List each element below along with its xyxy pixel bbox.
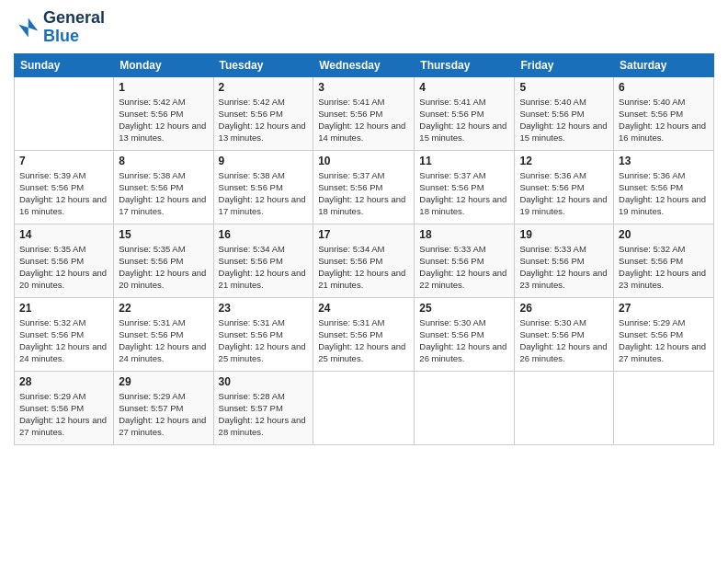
weekday-header: Monday	[114, 53, 213, 76]
calendar-cell: 8Sunrise: 5:38 AMSunset: 5:56 PMDaylight…	[114, 150, 213, 224]
day-info: Sunrise: 5:29 AMSunset: 5:57 PMDaylight:…	[119, 390, 208, 439]
calendar-cell	[415, 371, 515, 444]
day-info: Sunrise: 5:35 AMSunset: 5:56 PMDaylight:…	[119, 243, 208, 292]
day-number: 5	[519, 81, 609, 94]
day-number: 3	[318, 81, 409, 94]
calendar-week-row: 14Sunrise: 5:35 AMSunset: 5:56 PMDayligh…	[15, 224, 714, 297]
day-info: Sunrise: 5:33 AMSunset: 5:56 PMDaylight:…	[419, 243, 509, 292]
day-info: Sunrise: 5:38 AMSunset: 5:56 PMDaylight:…	[219, 169, 309, 218]
day-info: Sunrise: 5:36 AMSunset: 5:56 PMDaylight:…	[619, 169, 709, 218]
calendar-cell	[313, 371, 415, 444]
calendar-cell: 16Sunrise: 5:34 AMSunset: 5:56 PMDayligh…	[213, 224, 313, 297]
day-number: 21	[19, 302, 108, 315]
day-info: Sunrise: 5:34 AMSunset: 5:56 PMDaylight:…	[219, 243, 309, 292]
day-info: Sunrise: 5:39 AMSunset: 5:56 PMDaylight:…	[19, 169, 108, 218]
calendar-cell: 6Sunrise: 5:40 AMSunset: 5:56 PMDaylight…	[614, 76, 714, 150]
day-number: 25	[419, 302, 509, 315]
logo-icon	[14, 15, 40, 40]
day-info: Sunrise: 5:29 AMSunset: 5:56 PMDaylight:…	[619, 316, 709, 365]
day-number: 27	[619, 302, 709, 315]
calendar-week-row: 28Sunrise: 5:29 AMSunset: 5:56 PMDayligh…	[15, 371, 714, 444]
calendar-cell: 4Sunrise: 5:41 AMSunset: 5:56 PMDaylight…	[415, 76, 515, 150]
day-info: Sunrise: 5:30 AMSunset: 5:56 PMDaylight:…	[519, 316, 609, 365]
calendar-cell: 9Sunrise: 5:38 AMSunset: 5:56 PMDaylight…	[213, 150, 313, 224]
weekday-header: Tuesday	[213, 53, 313, 76]
svg-marker-0	[18, 17, 38, 37]
calendar-cell	[515, 371, 614, 444]
day-number: 30	[219, 375, 309, 388]
day-number: 10	[318, 155, 409, 167]
calendar-cell: 17Sunrise: 5:34 AMSunset: 5:56 PMDayligh…	[313, 224, 415, 297]
calendar-cell: 20Sunrise: 5:32 AMSunset: 5:56 PMDayligh…	[614, 224, 714, 297]
weekday-header: Thursday	[415, 53, 515, 76]
day-info: Sunrise: 5:42 AMSunset: 5:56 PMDaylight:…	[219, 96, 309, 144]
day-number: 16	[219, 228, 309, 241]
weekday-header: Saturday	[614, 53, 714, 76]
day-number: 26	[519, 302, 609, 315]
calendar-cell: 25Sunrise: 5:30 AMSunset: 5:56 PMDayligh…	[415, 297, 515, 371]
logo-text-blue: Blue	[43, 28, 105, 46]
day-number: 14	[19, 228, 108, 241]
calendar-cell	[15, 76, 114, 150]
day-info: Sunrise: 5:42 AMSunset: 5:56 PMDaylight:…	[119, 96, 208, 144]
day-number: 12	[519, 155, 609, 167]
day-number: 17	[318, 228, 409, 241]
day-info: Sunrise: 5:41 AMSunset: 5:56 PMDaylight:…	[318, 96, 409, 144]
day-info: Sunrise: 5:38 AMSunset: 5:56 PMDaylight:…	[119, 169, 208, 218]
day-number: 2	[219, 81, 309, 94]
day-number: 7	[19, 155, 108, 167]
calendar-cell: 5Sunrise: 5:40 AMSunset: 5:56 PMDaylight…	[515, 76, 614, 150]
day-number: 20	[619, 228, 709, 241]
header: General Blue	[14, 9, 714, 46]
day-number: 24	[318, 302, 409, 315]
day-info: Sunrise: 5:37 AMSunset: 5:56 PMDaylight:…	[318, 169, 409, 218]
day-number: 23	[219, 302, 309, 315]
day-info: Sunrise: 5:37 AMSunset: 5:56 PMDaylight:…	[419, 169, 509, 218]
day-info: Sunrise: 5:31 AMSunset: 5:56 PMDaylight:…	[219, 316, 309, 365]
day-info: Sunrise: 5:28 AMSunset: 5:57 PMDaylight:…	[219, 390, 309, 439]
calendar-week-row: 7Sunrise: 5:39 AMSunset: 5:56 PMDaylight…	[15, 150, 714, 224]
day-number: 18	[419, 228, 509, 241]
calendar-cell: 7Sunrise: 5:39 AMSunset: 5:56 PMDaylight…	[15, 150, 114, 224]
day-number: 29	[119, 375, 208, 388]
weekday-header: Wednesday	[313, 53, 415, 76]
weekday-header: Friday	[515, 53, 614, 76]
logo: General Blue	[14, 9, 105, 46]
calendar-cell: 29Sunrise: 5:29 AMSunset: 5:57 PMDayligh…	[114, 371, 213, 444]
day-number: 6	[619, 81, 709, 94]
calendar-cell: 13Sunrise: 5:36 AMSunset: 5:56 PMDayligh…	[614, 150, 714, 224]
calendar-cell: 22Sunrise: 5:31 AMSunset: 5:56 PMDayligh…	[114, 297, 213, 371]
calendar-cell: 11Sunrise: 5:37 AMSunset: 5:56 PMDayligh…	[415, 150, 515, 224]
day-info: Sunrise: 5:41 AMSunset: 5:56 PMDaylight:…	[419, 96, 509, 144]
calendar-header-row: SundayMondayTuesdayWednesdayThursdayFrid…	[15, 53, 714, 76]
day-info: Sunrise: 5:36 AMSunset: 5:56 PMDaylight:…	[519, 169, 609, 218]
calendar-cell	[614, 371, 714, 444]
calendar-week-row: 21Sunrise: 5:32 AMSunset: 5:56 PMDayligh…	[15, 297, 714, 371]
calendar-cell: 28Sunrise: 5:29 AMSunset: 5:56 PMDayligh…	[15, 371, 114, 444]
day-info: Sunrise: 5:29 AMSunset: 5:56 PMDaylight:…	[19, 390, 108, 439]
page: General Blue SundayMondayTuesdayWednesda…	[0, 0, 728, 563]
calendar-cell: 12Sunrise: 5:36 AMSunset: 5:56 PMDayligh…	[515, 150, 614, 224]
day-info: Sunrise: 5:32 AMSunset: 5:56 PMDaylight:…	[619, 243, 709, 292]
day-info: Sunrise: 5:32 AMSunset: 5:56 PMDaylight:…	[19, 316, 108, 365]
day-number: 11	[419, 155, 509, 167]
day-info: Sunrise: 5:34 AMSunset: 5:56 PMDaylight:…	[318, 243, 409, 292]
calendar-week-row: 1Sunrise: 5:42 AMSunset: 5:56 PMDaylight…	[15, 76, 714, 150]
calendar: SundayMondayTuesdayWednesdayThursdayFrid…	[14, 53, 714, 445]
calendar-cell: 21Sunrise: 5:32 AMSunset: 5:56 PMDayligh…	[15, 297, 114, 371]
calendar-cell: 18Sunrise: 5:33 AMSunset: 5:56 PMDayligh…	[415, 224, 515, 297]
day-number: 8	[119, 155, 208, 167]
calendar-cell: 24Sunrise: 5:31 AMSunset: 5:56 PMDayligh…	[313, 297, 415, 371]
calendar-cell: 1Sunrise: 5:42 AMSunset: 5:56 PMDaylight…	[114, 76, 213, 150]
calendar-cell: 15Sunrise: 5:35 AMSunset: 5:56 PMDayligh…	[114, 224, 213, 297]
calendar-cell: 19Sunrise: 5:33 AMSunset: 5:56 PMDayligh…	[515, 224, 614, 297]
day-info: Sunrise: 5:35 AMSunset: 5:56 PMDaylight:…	[19, 243, 108, 292]
day-info: Sunrise: 5:31 AMSunset: 5:56 PMDaylight:…	[318, 316, 409, 365]
calendar-cell: 14Sunrise: 5:35 AMSunset: 5:56 PMDayligh…	[15, 224, 114, 297]
calendar-cell: 2Sunrise: 5:42 AMSunset: 5:56 PMDaylight…	[213, 76, 313, 150]
day-info: Sunrise: 5:33 AMSunset: 5:56 PMDaylight:…	[519, 243, 609, 292]
day-info: Sunrise: 5:31 AMSunset: 5:56 PMDaylight:…	[119, 316, 208, 365]
day-info: Sunrise: 5:40 AMSunset: 5:56 PMDaylight:…	[519, 96, 609, 144]
day-number: 15	[119, 228, 208, 241]
calendar-cell: 27Sunrise: 5:29 AMSunset: 5:56 PMDayligh…	[614, 297, 714, 371]
